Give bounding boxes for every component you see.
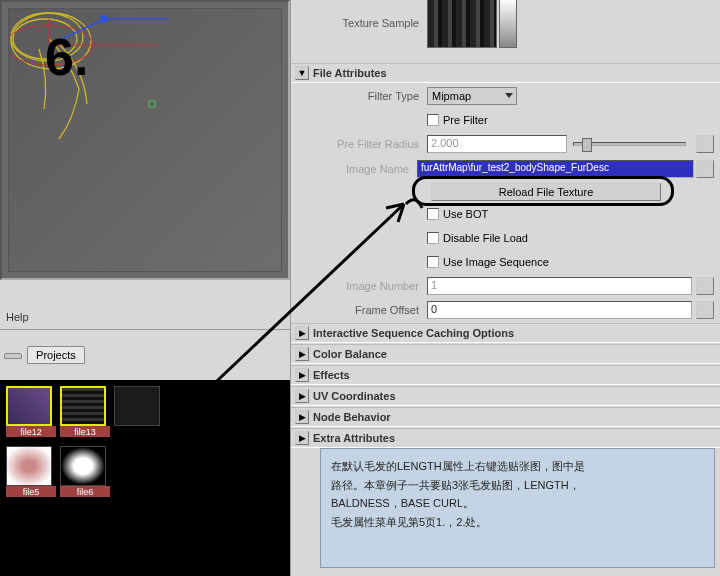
filter-type-dropdown[interactable]: Mipmap bbox=[427, 87, 517, 105]
pre-filter-radius-input: 2.000 bbox=[427, 135, 567, 153]
pre-filter-map-button[interactable] bbox=[696, 135, 714, 153]
tab-row: Projects bbox=[0, 344, 290, 366]
use-image-sequence-label: Use Image Sequence bbox=[443, 256, 549, 268]
svg-rect-5 bbox=[149, 101, 155, 107]
tab-blank[interactable] bbox=[4, 353, 22, 359]
expand-icon: ▶ bbox=[295, 326, 309, 340]
svg-point-4 bbox=[101, 16, 107, 22]
pre-filter-label: Pre Filter bbox=[443, 114, 488, 126]
expand-icon: ▶ bbox=[295, 410, 309, 424]
collapse-icon: ▼ bbox=[295, 66, 309, 80]
image-name-input[interactable]: furAttrMap\fur_test2_bodyShape_FurDesc bbox=[417, 160, 694, 178]
disable-file-load-checkbox[interactable] bbox=[427, 232, 439, 244]
expand-icon: ▶ bbox=[295, 431, 309, 445]
use-bot-checkbox[interactable] bbox=[427, 208, 439, 220]
annotation-number-6: 6. bbox=[45, 27, 88, 87]
disable-file-load-label: Disable File Load bbox=[443, 232, 528, 244]
texture-sample-ramp bbox=[499, 0, 517, 48]
pre-filter-radius-slider[interactable] bbox=[573, 142, 686, 146]
browse-folder-button[interactable] bbox=[696, 160, 714, 178]
use-image-sequence-checkbox[interactable] bbox=[427, 256, 439, 268]
thumbnail-file13[interactable]: file13 bbox=[60, 386, 110, 442]
expand-icon: ▶ bbox=[295, 347, 309, 361]
image-number-label: Image Number bbox=[297, 280, 427, 292]
section-color-balance[interactable]: ▶Color Balance bbox=[291, 344, 720, 364]
thumbnail-file5[interactable]: file5 bbox=[6, 446, 56, 502]
thumbnail-browser: file12 file13 file5 file6 bbox=[0, 380, 290, 576]
section-interactive-sequence-caching[interactable]: ▶Interactive Sequence Caching Options bbox=[291, 323, 720, 343]
thumbnail-file6[interactable]: file6 bbox=[60, 446, 110, 502]
annotation-note: 在默认毛发的LENGTH属性上右键选贴张图，图中是 路径。本章例子一共要贴3张毛… bbox=[320, 448, 715, 568]
texture-sample-swatch[interactable] bbox=[427, 0, 497, 48]
menu-bar: Help bbox=[0, 308, 290, 330]
texture-sample-label: Texture Sample bbox=[297, 17, 427, 29]
frame-offset-map-button[interactable] bbox=[696, 301, 714, 319]
use-bot-label: Use BOT bbox=[443, 208, 488, 220]
thumbnail-blank[interactable] bbox=[114, 386, 164, 442]
image-number-input: 1 bbox=[427, 277, 692, 295]
expand-icon: ▶ bbox=[295, 368, 309, 382]
image-name-label: Image Name bbox=[297, 163, 417, 175]
section-node-behavior[interactable]: ▶Node Behavior bbox=[291, 407, 720, 427]
frame-offset-input[interactable]: 0 bbox=[427, 301, 692, 319]
frame-offset-label: Frame Offset bbox=[297, 304, 427, 316]
expand-icon: ▶ bbox=[295, 389, 309, 403]
menu-help[interactable]: Help bbox=[6, 311, 29, 323]
reload-file-texture-button[interactable]: Reload File Texture bbox=[431, 183, 661, 201]
viewport-3d[interactable]: 6. bbox=[0, 0, 290, 280]
thumbnail-file12[interactable]: file12 bbox=[6, 386, 56, 442]
section-extra-attributes[interactable]: ▶Extra Attributes bbox=[291, 428, 720, 448]
section-file-attributes[interactable]: ▼ File Attributes bbox=[291, 63, 720, 83]
image-number-map-button[interactable] bbox=[696, 277, 714, 295]
section-effects[interactable]: ▶Effects bbox=[291, 365, 720, 385]
tab-projects[interactable]: Projects bbox=[27, 346, 85, 364]
pre-filter-radius-label: Pre Filter Radius bbox=[297, 138, 427, 150]
section-uv-coordinates[interactable]: ▶UV Coordinates bbox=[291, 386, 720, 406]
pre-filter-checkbox[interactable] bbox=[427, 114, 439, 126]
filter-type-label: Filter Type bbox=[297, 90, 427, 102]
